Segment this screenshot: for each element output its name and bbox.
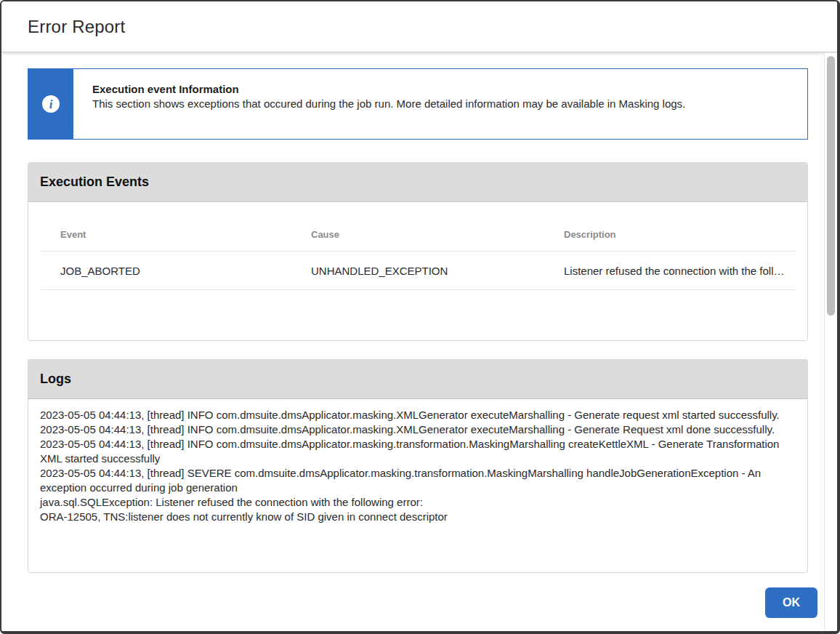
- dialog-content: i Execution event Information This secti…: [1, 53, 824, 631]
- info-banner-accent: i: [28, 69, 73, 139]
- logs-header: Logs: [28, 360, 807, 399]
- info-banner-title: Execution event Information: [92, 83, 685, 95]
- event-cell: JOB_ABORTED: [60, 265, 311, 277]
- description-cell: Listener refused the connection with the…: [564, 265, 793, 277]
- table-row: JOB_ABORTED UNHANDLED_EXCEPTION Listener…: [28, 252, 807, 289]
- ok-button[interactable]: OK: [765, 587, 817, 618]
- execution-events-header: Execution Events: [28, 163, 807, 202]
- column-header-cause: Cause: [311, 229, 564, 240]
- table-divider: [40, 289, 796, 290]
- log-entry: 2023-05-05 04:44:13, [thread] INFO com.d…: [40, 437, 796, 466]
- execution-events-body: Event Cause Description JOB_ABORTED UNHA…: [28, 202, 807, 340]
- dialog-title-bar: Error Report: [1, 1, 837, 52]
- execution-events-panel: Execution Events Event Cause Description…: [28, 162, 808, 341]
- vertical-scrollbar[interactable]: [824, 53, 837, 631]
- info-banner-text: Execution event Information This section…: [73, 69, 700, 139]
- info-banner-description: This section shows exceptions that occur…: [92, 97, 685, 110]
- scrollbar-thumb[interactable]: [827, 56, 835, 316]
- error-report-dialog: Error Report i Execution event Informati…: [0, 0, 840, 634]
- log-entry: 2023-05-05 04:44:13, [thread] INFO com.d…: [40, 408, 796, 422]
- info-banner: i Execution event Information This secti…: [28, 68, 808, 140]
- cause-cell: UNHANDLED_EXCEPTION: [311, 265, 564, 277]
- logs-panel: Logs 2023-05-05 04:44:13, [thread] INFO …: [28, 359, 808, 573]
- logs-body: 2023-05-05 04:44:13, [thread] INFO com.d…: [28, 399, 807, 572]
- page-title: Error Report: [28, 17, 125, 37]
- log-entry: ORA-12505, TNS:listener does not current…: [40, 510, 796, 524]
- info-icon: i: [42, 95, 60, 113]
- events-table-header-row: Event Cause Description: [28, 202, 807, 251]
- log-entry: 2023-05-05 04:44:13, [thread] INFO com.d…: [40, 422, 796, 437]
- log-entry: java.sql.SQLException: Listener refused …: [40, 495, 796, 510]
- log-entry: 2023-05-05 04:44:13, [thread] SEVERE com…: [40, 466, 796, 495]
- column-header-event: Event: [60, 229, 311, 240]
- column-header-description: Description: [564, 229, 793, 240]
